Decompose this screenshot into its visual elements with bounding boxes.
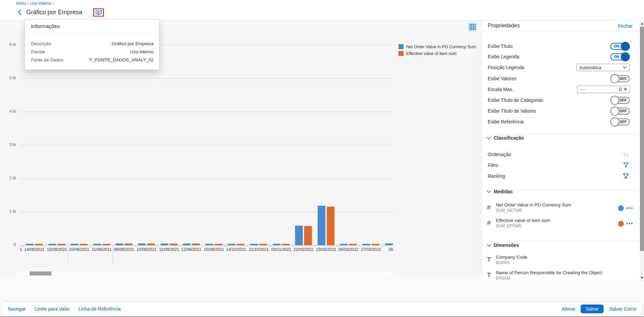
bar-blue-6[interactable] — [161, 243, 168, 245]
x-axis-tick — [315, 245, 315, 247]
sort-icon[interactable]: ↑↓ — [622, 151, 629, 157]
x-axis-tick-label: 23/03/2022 — [316, 247, 336, 252]
scroll-up-icon[interactable] — [641, 23, 643, 25]
navegar-link[interactable]: Navegar — [8, 306, 26, 312]
bar-blue-0[interactable] — [26, 244, 34, 245]
bar-orange-1[interactable] — [58, 244, 65, 245]
bar-orange-14[interactable] — [349, 244, 357, 245]
x-axis-tick — [91, 245, 91, 247]
save-as-link[interactable]: Salvar Como — [609, 306, 636, 312]
linha-de-referencia-link[interactable]: Linha de Referência — [78, 306, 121, 312]
overflow-menu-icon[interactable] — [626, 217, 635, 231]
section-medidas[interactable]: Medidas — [487, 189, 513, 194]
bar-orange-5[interactable] — [147, 243, 155, 245]
popup-row-fonte-dados: Fonte de Dados Y_FONTE_DADOS_ANALY_02 — [31, 57, 154, 63]
bar-orange-2[interactable] — [80, 244, 88, 245]
minus-icon[interactable]: — — [577, 86, 588, 92]
toggle-state-label: OFF — [620, 77, 626, 81]
section-dimensoes[interactable]: Dimensões — [487, 242, 519, 248]
comment-info-icon[interactable] — [95, 10, 102, 16]
panel-scrollbar[interactable] — [640, 21, 644, 281]
bar-orange-15[interactable] — [372, 244, 379, 245]
dimension-name: Company Code — [496, 254, 635, 260]
back-chevron-icon[interactable] — [17, 9, 23, 16]
panel-scrollbar-thumb[interactable] — [640, 27, 644, 251]
bar-blue-12[interactable] — [295, 226, 303, 245]
bar-blue-8[interactable] — [205, 244, 213, 245]
toggle-exibe-titulo[interactable]: ON — [610, 43, 630, 50]
bar-blue-13[interactable] — [318, 206, 325, 245]
bar-blue-10[interactable] — [250, 244, 258, 245]
bar-orange-12[interactable] — [304, 226, 312, 245]
plus-icon[interactable]: + — [621, 86, 630, 93]
breadcrumb: Início / Uso Interno / — [16, 1, 54, 6]
bar-blue-14[interactable] — [340, 244, 348, 245]
chart-horizontal-scrollbar[interactable] — [16, 271, 393, 276]
bar-orange-3[interactable] — [102, 244, 110, 245]
toggle-exibe-titulo-categorias[interactable]: OFF — [610, 97, 630, 104]
bar-orange-6[interactable] — [170, 243, 178, 245]
bar-orange-10[interactable] — [259, 244, 267, 245]
toggle-exibe-legenda[interactable]: ON — [610, 53, 630, 60]
bar-blue-9[interactable] — [228, 244, 235, 245]
measure-color-dot[interactable] — [618, 221, 624, 227]
chart-scrollbar-thumb[interactable] — [30, 271, 52, 276]
bar-orange-8[interactable] — [215, 244, 222, 245]
alterar-link[interactable]: Alterar — [561, 306, 575, 312]
x-axis-leading-label: 1 — [20, 247, 22, 252]
bar-blue-2[interactable] — [71, 244, 78, 245]
x-axis-tick — [202, 245, 203, 247]
stepper-value[interactable]: 0 — [588, 87, 621, 92]
chart-legend: Net Order Value in PO Currency SumEffect… — [398, 44, 476, 58]
scroll-down-icon[interactable] — [641, 277, 643, 279]
table-view-icon[interactable] — [468, 22, 477, 32]
dimension-row: T Name of Person Responsible for Creatin… — [487, 269, 635, 281]
toggle-state-label: ON — [614, 45, 619, 48]
bar-orange-11[interactable] — [282, 244, 290, 245]
gridline — [20, 212, 392, 212]
bar-blue-5[interactable] — [138, 243, 146, 245]
toggle-exibe-titulo-valores[interactable]: OFF — [610, 108, 630, 115]
measure-color-dot[interactable] — [618, 205, 624, 211]
bar-orange-4[interactable] — [125, 243, 132, 245]
label-posicao-legenda: Posição Legenda — [488, 64, 524, 71]
gridline — [20, 178, 392, 179]
x-axis-tick — [225, 245, 225, 247]
x-axis-tick — [382, 245, 382, 247]
breadcrumb-separator: / — [28, 1, 29, 6]
bar-blue-4[interactable] — [116, 243, 123, 245]
toggle-knob — [610, 107, 619, 116]
save-button[interactable]: Salvar — [581, 305, 604, 313]
limite-para-valor-link[interactable]: Limite para Valor — [34, 306, 70, 312]
section-classificacao[interactable]: Classificação — [487, 135, 524, 141]
item-filtro: Filtro — [488, 162, 498, 169]
bar-orange-13[interactable] — [327, 207, 334, 245]
breadcrumb-link-uso-interno[interactable]: Uso Interno — [30, 1, 51, 6]
bar-orange-9[interactable] — [237, 244, 245, 245]
toggle-exibe-referencia[interactable]: OFF — [610, 118, 630, 125]
bar-blue-16[interactable] — [385, 243, 393, 245]
y-axis-tick-label: 1 bi — [0, 209, 16, 214]
chevron-down-icon — [623, 66, 627, 69]
legend-label: Effective value of item sum — [406, 51, 456, 56]
bar-orange-7[interactable] — [192, 243, 200, 245]
bar-blue-15[interactable] — [362, 244, 370, 245]
bar-orange-0[interactable] — [35, 244, 43, 245]
toggle-exibe-valores[interactable]: OFF — [610, 75, 630, 82]
bar-blue-3[interactable] — [93, 244, 101, 245]
trophy-icon[interactable] — [622, 172, 629, 179]
filter-icon[interactable] — [622, 162, 629, 168]
measure-row: # Effective value of item sum SUM_EFFWR — [487, 217, 635, 231]
close-panel-link[interactable]: Fechar — [618, 23, 633, 29]
x-axis-tick — [270, 245, 270, 247]
bar-blue-11[interactable] — [273, 244, 281, 245]
gridline — [20, 145, 392, 145]
page-title: Gráfico por Empresa — [26, 9, 82, 16]
overflow-menu-icon[interactable] — [626, 202, 635, 216]
x-axis-tick — [248, 245, 248, 247]
legend-position-dropdown[interactable]: Automática — [576, 64, 630, 71]
breadcrumb-link-inicio[interactable]: Início — [16, 1, 26, 6]
x-axis-tick — [45, 245, 46, 247]
bar-blue-7[interactable] — [183, 243, 191, 245]
bar-blue-1[interactable] — [49, 244, 56, 245]
